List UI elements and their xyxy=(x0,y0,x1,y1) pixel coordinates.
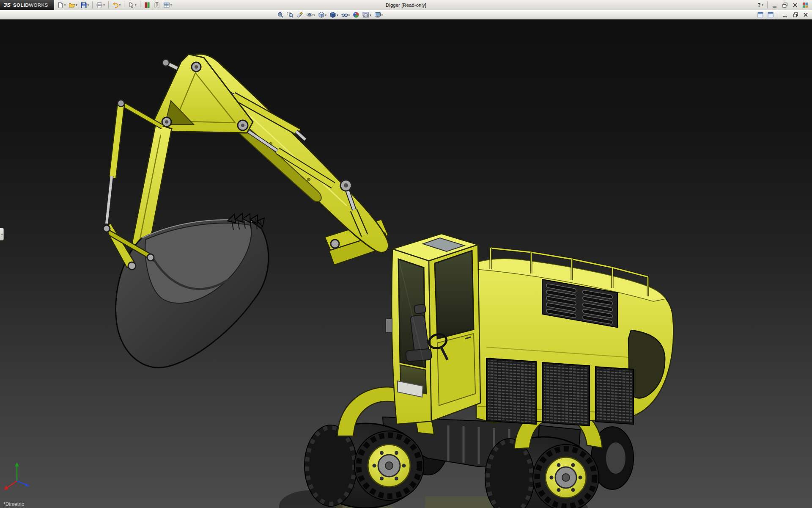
toolbar-separator xyxy=(92,1,93,8)
rotate-view-button[interactable]: ▾ xyxy=(305,11,316,19)
app-close-button[interactable] xyxy=(790,0,800,9)
zoom-area-icon xyxy=(287,11,294,18)
side-grilles xyxy=(486,358,634,426)
heads-up-view-toolbar: ▾▾▾▾▾▾ xyxy=(0,10,812,19)
rotate-orbit-icon xyxy=(306,11,313,18)
minimize-icon xyxy=(771,2,778,8)
options-table-icon xyxy=(163,2,170,8)
orientation-triad xyxy=(4,462,30,490)
undo-button[interactable]: ▾ xyxy=(111,0,122,9)
view-toolbar-center: ▾▾▾▾▾▾ xyxy=(276,10,384,19)
zoom-fit-icon xyxy=(277,11,284,18)
dropdown-arrow-icon: ▾ xyxy=(370,14,371,17)
front-wheel[interactable] xyxy=(304,423,424,508)
section-view-button[interactable] xyxy=(295,11,304,19)
xpert-tools-button[interactable] xyxy=(143,0,152,9)
cab[interactable] xyxy=(386,234,480,424)
view-settings-button[interactable]: ▾ xyxy=(373,11,384,19)
view-orientation-button[interactable]: ▾ xyxy=(317,11,328,19)
dropdown-arrow-icon: ▾ xyxy=(762,3,763,6)
brand-name: SOLIDWORKS xyxy=(13,3,48,8)
toolbar-separator xyxy=(767,1,768,8)
graphics-viewport[interactable]: *Dimetric ◂ xyxy=(0,19,812,508)
open-folder-icon xyxy=(69,2,75,8)
resources-flyout-button[interactable] xyxy=(801,0,810,9)
view-cube-icon xyxy=(318,11,325,18)
help-button[interactable]: ? ▾ xyxy=(755,0,765,9)
apply-scene-button[interactable]: ▾ xyxy=(361,11,373,19)
open-button[interactable]: ▾ xyxy=(67,0,79,9)
app-title-bar: ЗS SOLIDWORKS ▾▾▾▾▾▾▾ Digger [Read-only]… xyxy=(0,0,812,10)
cab-door[interactable] xyxy=(437,334,475,406)
select-cursor-icon xyxy=(128,2,134,8)
doc-minimize-button[interactable] xyxy=(781,11,790,19)
dropdown-arrow-icon: ▾ xyxy=(119,3,121,6)
options-button[interactable]: ▾ xyxy=(162,0,173,9)
dropdown-arrow-icon: ▾ xyxy=(348,14,350,17)
hide-show-items-button[interactable]: ▾ xyxy=(340,11,351,19)
toolbar-separator xyxy=(108,1,109,8)
engine-housing[interactable] xyxy=(476,248,673,426)
model-scene xyxy=(0,19,812,508)
restore-icon xyxy=(782,2,788,8)
zoom-to-area-button[interactable] xyxy=(285,11,295,19)
print-button[interactable]: ▾ xyxy=(95,0,106,9)
eyeglasses-icon xyxy=(341,11,348,18)
dropdown-arrow-icon: ▾ xyxy=(381,14,383,17)
doc-window-2-button[interactable] xyxy=(766,11,775,19)
dropdown-arrow-icon: ▾ xyxy=(64,3,66,6)
new-document-icon xyxy=(57,2,64,8)
restore-icon xyxy=(792,11,799,18)
select-button[interactable]: ▾ xyxy=(126,0,138,9)
standard-toolbar: ▾▾▾▾▾▾▾ xyxy=(54,0,175,10)
app-minimize-button[interactable] xyxy=(770,0,779,9)
view-orientation-label: *Dimetric xyxy=(3,501,24,507)
side-mirror xyxy=(386,318,392,333)
dropdown-arrow-icon: ▾ xyxy=(313,14,315,17)
scene-ball-icon xyxy=(362,11,369,18)
window-controls: ? ▾ xyxy=(755,0,812,9)
clipboard-icon xyxy=(154,2,160,8)
new-button[interactable]: ▾ xyxy=(56,0,67,9)
view-settings-icon xyxy=(374,11,381,18)
dropdown-arrow-icon: ▾ xyxy=(103,3,105,6)
undo-icon xyxy=(112,2,119,8)
dropdown-arrow-icon: ▾ xyxy=(76,3,77,6)
panel-collapse-arrow[interactable]: ◂ xyxy=(0,228,4,240)
edit-appearance-button[interactable] xyxy=(351,11,361,19)
dropdown-arrow-icon: ▾ xyxy=(170,3,172,6)
doc-restore-button[interactable] xyxy=(791,11,800,19)
window-title: Digger [Read-only] xyxy=(386,0,426,10)
resources-grid-icon xyxy=(802,2,809,8)
file-properties-button[interactable] xyxy=(152,0,162,9)
display-style-button[interactable]: ▾ xyxy=(328,11,340,19)
rear-wheel[interactable] xyxy=(485,437,599,508)
doc-window-1-button[interactable] xyxy=(756,11,765,19)
dropdown-arrow-icon: ▾ xyxy=(88,3,89,6)
section-knife-icon xyxy=(296,11,303,18)
excavator-model[interactable] xyxy=(103,54,673,508)
document-window-controls xyxy=(756,10,810,19)
blue-window-icon xyxy=(767,11,774,18)
dropdown-arrow-icon: ▾ xyxy=(135,3,137,6)
appearance-ball-icon xyxy=(353,11,359,18)
traffic-bars-icon xyxy=(144,2,151,8)
dassault-logo-glyph: ЗS xyxy=(3,2,11,8)
close-icon xyxy=(792,2,798,8)
minimize-icon xyxy=(782,11,789,18)
dropdown-arrow-icon: ▾ xyxy=(325,14,327,17)
app-restore-button[interactable] xyxy=(780,0,790,9)
doc-close-button[interactable] xyxy=(801,11,810,19)
brand-name-light: WORKS xyxy=(29,3,48,8)
blue-window-icon xyxy=(757,11,764,18)
save-icon xyxy=(80,2,87,8)
solidworks-logo: ЗS SOLIDWORKS xyxy=(0,0,54,10)
toolbar-separator xyxy=(124,1,124,8)
dropdown-arrow-icon: ▾ xyxy=(337,14,338,17)
zoom-to-fit-button[interactable] xyxy=(276,11,285,19)
toolbar-separator xyxy=(140,1,140,8)
save-button[interactable]: ▾ xyxy=(79,0,91,9)
brand-name-bold: SOLID xyxy=(13,3,29,8)
help-label: ? xyxy=(757,2,761,8)
shaded-cube-icon xyxy=(329,11,336,18)
